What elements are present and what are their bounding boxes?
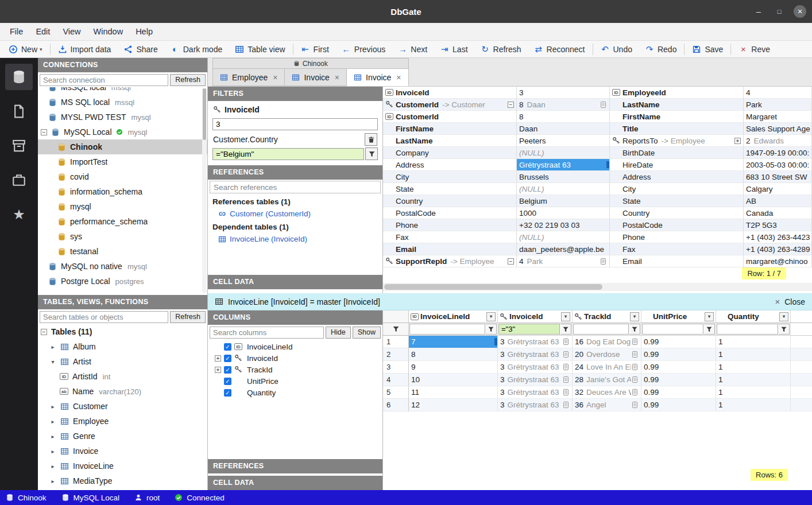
column-item-quantity[interactable]: ✓Quantity	[208, 387, 382, 398]
form-value-cell[interactable]: Park	[744, 99, 812, 111]
connection-item-testanal[interactable]: testanal	[38, 244, 207, 259]
grid-cell[interactable]: 0.99	[641, 361, 716, 374]
grid-cell[interactable]: 12	[409, 399, 498, 411]
column-header-unitprice[interactable]: UnitPrice▾	[641, 310, 716, 323]
nav-favorites[interactable]: ★	[5, 201, 33, 228]
detail-close-button[interactable]: Close	[784, 297, 805, 306]
grid-cell[interactable]: 32Deuces Are W	[573, 386, 641, 399]
status-connected[interactable]: Connected	[175, 494, 224, 502]
form-value-cell[interactable]: Peeters	[517, 135, 610, 147]
tree-item-tables-11-[interactable]: −Tables (11)	[38, 324, 207, 339]
filter-delete-button[interactable]	[365, 133, 377, 146]
tab-invoice-1[interactable]: Invoice×	[285, 68, 347, 86]
scrollbar-thumb[interactable]	[203, 88, 206, 140]
connection-item-mysl-pwd-test[interactable]: MYSL PWD TESTmysql	[38, 110, 207, 125]
checkbox-checked[interactable]: ✓	[224, 389, 231, 397]
grid-cell[interactable]: 3Grétrystraat 63	[498, 374, 573, 386]
column-header-trackid[interactable]: TrackId▾	[573, 310, 641, 323]
grid-cell[interactable]: 8	[409, 348, 498, 361]
connection-item-covid[interactable]: covid	[38, 169, 207, 184]
grid-cell[interactable]: 0.99	[641, 374, 716, 386]
toolbar-reve-button[interactable]: ×Reve	[732, 41, 776, 58]
maximize-button[interactable]: □	[773, 5, 786, 18]
toolbar-undo-button[interactable]: ↶Undo	[594, 41, 639, 58]
filter-input-invoiceid[interactable]	[498, 324, 560, 335]
form-value-cell[interactable]: 4Park	[517, 255, 610, 267]
nav-archive[interactable]	[5, 133, 33, 159]
chevron-right-icon[interactable]: ▸	[49, 448, 56, 454]
chevron-right-icon[interactable]: ▸	[49, 344, 56, 350]
row-number[interactable]: 6	[383, 399, 409, 411]
form-value-cell[interactable]: T2P 5G3	[744, 219, 812, 231]
reference-link-invoiceline[interactable]: InvoiceLine (InvoiceId)	[208, 233, 382, 245]
toolbar-share-button[interactable]: Share	[117, 41, 164, 58]
column-item-trackid[interactable]: +✓TrackId	[208, 364, 382, 375]
grid-cell[interactable]: 0.99	[641, 399, 716, 411]
grid-cell[interactable]: 3Grétrystraat 63	[498, 348, 573, 361]
column-menu-button[interactable]: ▾	[779, 312, 788, 321]
row-number[interactable]: 2	[383, 348, 409, 361]
selection-handle[interactable]	[606, 161, 609, 168]
row-number[interactable]: 1	[383, 336, 409, 348]
filter-input-invoicelineid[interactable]	[409, 324, 485, 335]
connection-item-mysql-no-native[interactable]: MySQL no nativemysql	[38, 259, 207, 274]
form-value-cell[interactable]: Margaret	[744, 111, 812, 123]
nav-history[interactable]	[5, 167, 33, 193]
grid-cell[interactable]: 1	[716, 348, 791, 361]
search-columns-input[interactable]	[210, 327, 324, 339]
form-value-cell[interactable]: daan_peeters@apple.be	[517, 243, 610, 255]
grid-cell[interactable]: 3Grétrystraat 63	[498, 399, 573, 411]
form-value-cell[interactable]: 683 10 Street SW	[744, 171, 812, 183]
reference-link-customer[interactable]: Customer (CustomerId)	[208, 208, 382, 220]
grid-cell[interactable]: 0.99	[641, 348, 716, 361]
show-button[interactable]: Show	[353, 327, 381, 339]
column-menu-button[interactable]: ▾	[561, 312, 570, 321]
tree-item-album[interactable]: ▸Album	[38, 339, 207, 354]
grid-cell[interactable]: 11	[409, 386, 498, 399]
connections-scrollbar[interactable]	[202, 88, 207, 293]
menu-edit[interactable]: Edit	[29, 23, 56, 40]
menu-file[interactable]: File	[3, 23, 29, 40]
column-menu-button[interactable]: ▾	[630, 312, 639, 321]
grid-cell[interactable]: 9	[409, 361, 498, 374]
form-value-cell[interactable]: AB	[744, 195, 812, 207]
column-item-unitprice[interactable]: ✓UnitPrice	[208, 375, 382, 387]
toolbar-redo-button[interactable]: ↷Redo	[639, 41, 683, 58]
menu-help[interactable]: Help	[129, 23, 159, 40]
column-item-invoicelineid[interactable]: ✓IDInvoiceLineId	[208, 341, 382, 352]
tree-item-invoice[interactable]: ▸Invoice	[38, 444, 207, 459]
form-value-cell[interactable]: Calgary	[744, 183, 812, 195]
form-value-cell[interactable]: 1000	[517, 207, 610, 219]
close-icon[interactable]: ×	[775, 297, 780, 306]
nav-file[interactable]	[5, 98, 33, 125]
filter-input-trackid[interactable]	[573, 324, 629, 335]
grid-cell[interactable]: 24Love In An El	[573, 361, 641, 374]
close-button[interactable]: ×	[794, 5, 806, 18]
form-value-cell[interactable]: 1947-09-19 00:00:	[744, 147, 812, 159]
grid-cell[interactable]: 28Janie's Got A	[573, 374, 641, 386]
scrollbar-thumb[interactable]	[384, 284, 602, 290]
collapse-icon[interactable]: −	[41, 129, 47, 135]
grid-cell[interactable]: 1	[716, 386, 791, 399]
toolbar-save-button[interactable]: Save	[686, 41, 729, 58]
toolbar-reconnect-button[interactable]: ⇄Reconnect	[528, 41, 591, 58]
connection-item-performance_schema[interactable]: performance_schema	[38, 214, 207, 229]
status-root[interactable]: root	[134, 494, 160, 502]
row-number[interactable]: 5	[383, 386, 409, 399]
grid-cell[interactable]: 36Angel	[573, 399, 641, 411]
checkbox-checked[interactable]: ✓	[224, 378, 231, 385]
close-tab-icon[interactable]: ×	[273, 73, 277, 82]
form-value-cell[interactable]: 8Daan	[517, 99, 610, 111]
form-value-cell[interactable]: Brussels	[517, 171, 610, 183]
grid-cell[interactable]: 16Dog Eat Dog	[573, 336, 641, 348]
grid-cell[interactable]: 10	[409, 374, 498, 386]
column-header-invoicelineid[interactable]: IDInvoiceLineId▾	[409, 310, 498, 323]
grid-cell[interactable]: 1	[716, 399, 791, 411]
form-value-cell[interactable]: (NULL)	[517, 231, 610, 243]
filter-menu-button[interactable]	[560, 324, 571, 335]
connection-item-mysql[interactable]: mysql	[38, 199, 207, 214]
column-menu-button[interactable]: ▾	[486, 312, 496, 321]
grid-cell[interactable]: 3Grétrystraat 63	[498, 336, 573, 348]
form-value-cell[interactable]: Sales Support Age	[744, 123, 812, 135]
connection-item-information_schema[interactable]: information_schema	[38, 184, 207, 199]
